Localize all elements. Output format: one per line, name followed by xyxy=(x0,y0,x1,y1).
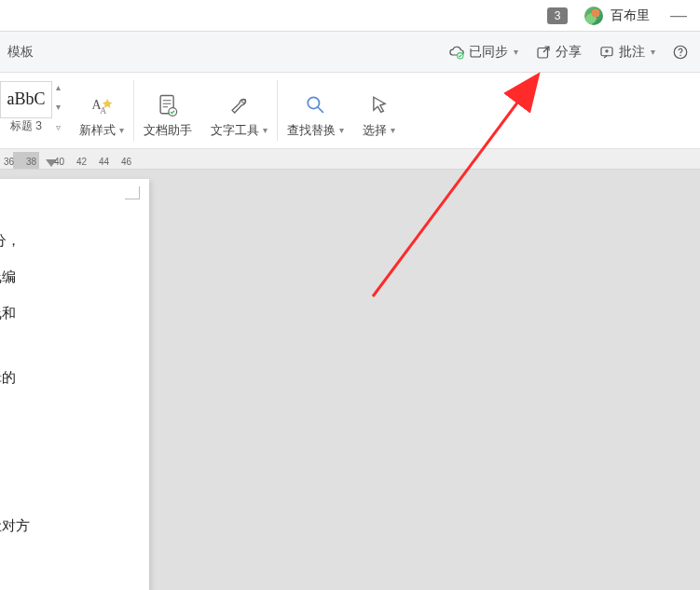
doc-text-line: -部分， xyxy=(0,222,138,258)
status-bar: 模板 已同步 ▾ 分享 xyxy=(0,32,700,73)
doc-text-line: 编辑的 xyxy=(0,359,138,395)
style-sample-item[interactable]: aBbC xyxy=(0,81,52,118)
comment-button[interactable]: 批注 ▾ xyxy=(598,44,655,61)
doc-text-line: 是让对方 xyxy=(0,507,138,543)
template-label[interactable]: 模板 xyxy=(7,44,34,61)
chevron-down-icon: ▾ xyxy=(263,125,268,135)
comment-label: 批注 xyxy=(619,44,645,61)
share-icon xyxy=(535,44,552,61)
cursor-icon xyxy=(366,92,392,118)
horizontal-ruler[interactable]: 36 38 40 42 44 46 xyxy=(0,149,700,170)
new-style-icon: AA xyxy=(89,92,115,118)
svg-point-9 xyxy=(241,99,245,103)
svg-point-10 xyxy=(308,97,319,108)
magnifier-icon xyxy=(303,92,329,118)
help-button[interactable] xyxy=(672,44,689,61)
ruler-tick: 42 xyxy=(76,157,87,167)
find-replace-button[interactable]: 查找替换▾ xyxy=(278,73,353,148)
doc-text-line: 在线编 xyxy=(0,258,138,295)
chevron-down-icon[interactable]: ▾ xyxy=(56,102,61,112)
chevron-down-icon: ▾ xyxy=(119,125,124,135)
sync-status-button[interactable]: 已同步 ▾ xyxy=(448,44,518,61)
minimize-button[interactable]: — xyxy=(666,6,691,25)
ruler-tick: 46 xyxy=(121,157,131,167)
user-profile[interactable]: 百布里 xyxy=(584,7,650,25)
share-label: 分享 xyxy=(556,44,582,61)
new-style-button[interactable]: AA 新样式▾ xyxy=(70,73,133,148)
chevron-down-icon: ▾ xyxy=(391,125,395,135)
style-sample-caption: 标题 3 xyxy=(10,118,42,134)
avatar-icon xyxy=(584,7,603,25)
text-tools-button[interactable]: 文字工具▾ xyxy=(201,73,277,148)
cloud-sync-icon xyxy=(448,44,465,61)
share-button[interactable]: 分享 xyxy=(535,44,582,61)
ruler-tick: 36 xyxy=(4,157,14,167)
page-corner-mark xyxy=(125,186,140,199)
chevron-down-icon: ▾ xyxy=(339,125,344,135)
sync-status-label: 已同步 xyxy=(469,44,508,61)
title-bar: 3 百布里 — xyxy=(0,0,700,32)
comment-icon xyxy=(598,44,615,61)
status-actions: 已同步 ▾ 分享 批注 ▾ xyxy=(448,44,689,61)
document-page[interactable]: -部分， 在线编 在线和 编辑的 是让对方 xyxy=(0,179,149,590)
ruler-tick: 44 xyxy=(99,157,109,167)
ruler-tick: 38 xyxy=(26,157,36,167)
doc-assistant-button[interactable]: 文档助手 xyxy=(134,73,201,148)
help-icon xyxy=(672,44,689,61)
app-window: { "titlebar": { "badge": "3", "username"… xyxy=(0,0,700,590)
wrench-icon xyxy=(226,92,253,118)
work-area[interactable]: -部分， 在线编 在线和 编辑的 是让对方 xyxy=(0,170,700,590)
style-gallery-group: aBbC 标题 3 ▴ ▾ ▿ xyxy=(0,73,70,148)
dialog-launcher-icon[interactable]: ▿ xyxy=(56,122,61,132)
notification-count-badge[interactable]: 3 xyxy=(547,7,568,24)
svg-point-4 xyxy=(679,54,681,56)
doc-text-line: 在线和 xyxy=(0,295,138,331)
chevron-up-icon[interactable]: ▴ xyxy=(56,82,61,92)
ruler-tick: 40 xyxy=(54,157,64,167)
username-label: 百布里 xyxy=(611,7,650,24)
chevron-down-icon: ▾ xyxy=(514,47,518,57)
doc-assistant-icon xyxy=(155,92,181,118)
ribbon-toolbar: aBbC 标题 3 ▴ ▾ ▿ AA 新样式▾ xyxy=(0,73,700,149)
select-button[interactable]: 选择▾ xyxy=(353,73,405,148)
chevron-down-icon: ▾ xyxy=(651,47,655,57)
